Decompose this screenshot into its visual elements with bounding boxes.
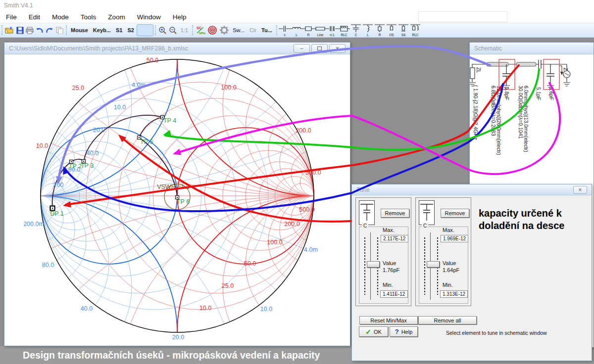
svg-text:L: L [296,33,297,37]
reset-minmax-button[interactable]: Reset Min/Max [359,316,418,324]
menu-edit[interactable]: Edit [23,13,46,21]
toolbar-component-OS-9-button[interactable]: OS [386,24,397,37]
toolbar-component-R-8-button[interactable]: R [374,24,386,37]
mouse-mode-button[interactable]: Mouse [68,24,91,37]
capacitance-slider[interactable] [427,261,440,268]
svg-text:R: R [307,33,310,37]
smith-window-titlebar[interactable]: C:\Users\SidloM\Documents\Smith projects… [4,43,350,54]
toolbar-component-R-2-button[interactable]: R [302,24,314,37]
chart-label: 4.0m [304,246,318,253]
toolbar-component-L-7-button[interactable]: L [362,24,374,37]
maximize-button[interactable] [311,44,328,53]
close-button[interactable]: × [329,44,346,53]
app-title: Smith V4.1 [0,0,594,11]
keyboard-mode-button[interactable]: Keyb... [91,24,113,37]
min-value[interactable]: 1.313E-12 [440,290,468,298]
chart-label: 50.0 [244,260,256,267]
toolbar-component-L-1-button[interactable]: L [291,24,302,37]
tune-dialog-titlebar[interactable]: Tune × [352,184,592,195]
chart-label: 20.0 [172,334,184,341]
smith-chart-area[interactable]: 50.025.0100.010.0200.0500.0500.0200.0100… [4,54,350,346]
undo-arrow-icon [36,27,44,34]
toolbar-component-Line-3-button[interactable]: Line [314,24,326,37]
zoom-in-button[interactable] [157,24,168,37]
svg-text:n:1: n:1 [330,33,334,37]
component-toolbar-group: cLRLinen:1RLCCLROSSSRLC [279,24,421,37]
remove-button[interactable]: Remove [381,209,409,218]
menu-tools[interactable]: Tools [75,13,102,21]
zoom-out-icon [169,26,177,35]
max-value[interactable]: 2.117E-12 [381,235,408,242]
chart-label: TP 2 [69,163,82,170]
component-icon: L [362,24,374,37]
zoom-in-icon [158,26,167,35]
clear-button[interactable]: Clr [247,24,259,37]
min-value[interactable]: 1.411E-12 [380,290,408,298]
chart-label: 40.0 [87,150,99,157]
toolbar-component-n:1-4-button[interactable]: n:1 [326,24,338,37]
zoom-out-button[interactable] [168,24,178,37]
component-icon: L [291,24,302,37]
zoom-ratio-button[interactable]: 1:1 [178,24,191,37]
menu-edit-box[interactable] [418,11,507,22]
group-label: C [422,223,428,228]
value-text: 1.64pF [443,267,459,273]
svg-text:c: c [284,33,286,37]
toolbar-component-SS-10-button[interactable]: SS [397,24,409,37]
chart-label: 10.0 [260,306,272,313]
chart-label: 10.0 [114,104,126,111]
open-button[interactable] [4,24,15,37]
smith-target-button[interactable] [206,24,218,37]
copy-icon [56,27,63,34]
menu-window[interactable]: Window [131,13,167,21]
chart-label: 10.0 [36,142,48,149]
shunt-capacitor-icon [419,200,435,225]
transmission-line-2 [516,62,536,66]
menu-file[interactable]: File [0,13,23,21]
redo-arrow-icon [46,27,53,34]
question-icon: ? [395,328,399,335]
schematic-window-titlebar[interactable]: Schematic [470,43,594,54]
redo-button[interactable] [45,24,54,37]
minimize-button[interactable]: – [294,44,310,53]
ok-label: OK [374,329,382,335]
toolbar-component-c-0-button[interactable]: c [279,24,291,37]
chart-label: 40.0 [81,305,93,312]
menu-zoom[interactable]: Zoom [102,13,131,21]
tune-close-button[interactable]: × [573,186,587,194]
max-value[interactable]: 1.969E-12 [441,235,468,242]
active-tool-button[interactable] [137,24,153,36]
s2-button[interactable]: S2 [125,24,136,37]
tune-button[interactable]: Tu... [259,24,275,37]
toolbar-component-RLC-11-button[interactable]: RLC [409,24,421,37]
print-button[interactable] [25,24,35,37]
schematic-component-label: 1.6pF [548,87,554,100]
slider-ticks [364,237,365,295]
ok-button[interactable]: ✓ OK [359,326,388,337]
tuned-element-box-2 [544,59,559,90]
menu-help[interactable]: Help [167,13,193,21]
toolbar-component-RLC-5-button[interactable]: RLC [338,24,350,37]
s1-button[interactable]: S1 [113,24,125,37]
sc-splot-button[interactable]: SC SPlot [195,24,206,37]
component-icon: RLC [338,24,350,37]
component-icon: n:1 [326,24,338,37]
chart-label: 100.0 [267,239,282,246]
save-button[interactable] [15,24,25,37]
min-label: Min. [443,282,453,288]
remove-all-button[interactable]: Remove all [418,316,477,324]
capacitance-slider[interactable] [367,261,380,268]
svg-text:RLC: RLC [412,33,418,37]
chart-label: 200.0 [296,127,311,134]
settings-button[interactable] [218,24,230,37]
chart-label: 500.0 [305,169,321,176]
chart-label: 80.0 [42,262,54,269]
copy-button[interactable] [54,24,64,37]
undo-button[interactable] [35,24,45,37]
svg-text:R: R [379,33,381,37]
remove-button[interactable]: Remove [441,209,469,218]
sweep-button[interactable]: Sw... [230,24,247,37]
toolbar-component-C-6-button[interactable]: C [350,24,362,37]
help-button[interactable]: ? Help [390,326,418,337]
menu-mode[interactable]: Mode [46,13,75,21]
